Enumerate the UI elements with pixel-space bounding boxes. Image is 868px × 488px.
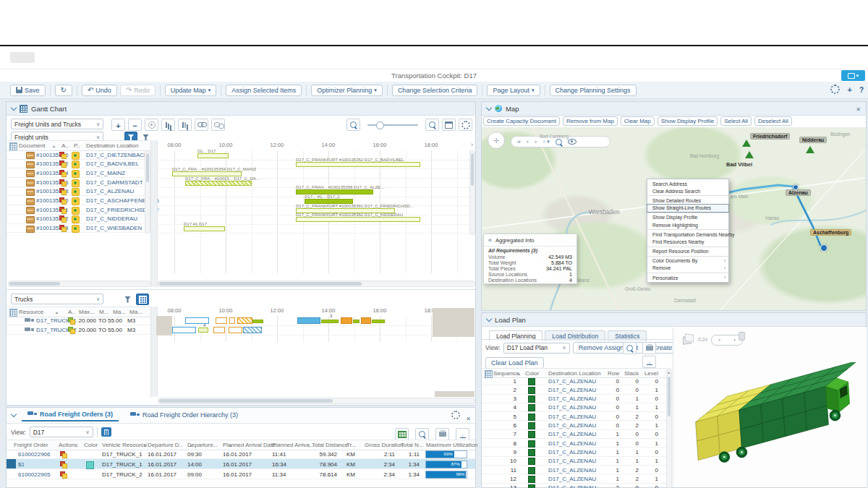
map-panel-header[interactable]: Map: [482, 102, 866, 116]
load-plan-row[interactable]: 11D17_C_ALZENAU120: [482, 466, 666, 474]
truck-gantt-bar[interactable]: [229, 327, 242, 333]
link2-button[interactable]: [211, 119, 225, 131]
step-back-icon[interactable]: ‹: [718, 337, 720, 343]
map-compass[interactable]: ✛: [488, 132, 505, 149]
selection-marker[interactable]: [7, 459, 16, 468]
trucks-funnel-icon[interactable]: [124, 296, 131, 303]
column-header[interactable]: Sequence: [493, 370, 519, 377]
next-button[interactable]: ›: [535, 138, 537, 145]
load-plan-row[interactable]: 9D17_C_ALZENAU110: [482, 448, 666, 456]
column-header[interactable]: A..: [61, 142, 69, 149]
gantt-bar[interactable]: [185, 181, 252, 186]
location-dot-marker[interactable]: [793, 184, 799, 190]
column-header[interactable]: Level: [637, 370, 658, 377]
page-layout-button[interactable]: Page Layout▾: [487, 85, 540, 96]
freight-order-row[interactable]: $1D17_TRUCK_116.01.201714:0016.01.201716…: [7, 459, 475, 469]
column-header[interactable]: Ma...: [129, 309, 142, 315]
gantt-bar[interactable]: [296, 162, 420, 167]
context-menu-item[interactable]: Report Resource Position: [647, 248, 728, 255]
load-plan-row[interactable]: 6D17_C_ALZENAU021: [482, 421, 666, 430]
context-menu-item[interactable]: Find Resources Nearby: [647, 238, 728, 245]
settings-icon[interactable]: [451, 411, 460, 419]
freight-hscroll-left[interactable]: [8, 281, 150, 287]
search-button[interactable]: [623, 342, 637, 354]
context-menu-item[interactable]: Show Display Profile: [647, 214, 728, 221]
print-button[interactable]: [642, 342, 656, 354]
map-toolbar-button[interactable]: Select All: [720, 116, 752, 126]
truck-gantt-bar[interactable]: [216, 317, 227, 324]
destination-link[interactable]: D17_C_ALZENAU: [548, 387, 596, 393]
truck-gantt-bar[interactable]: [252, 320, 263, 323]
map-close-icon[interactable]: [856, 105, 861, 113]
freight-order-link[interactable]: 6100022905: [18, 471, 51, 478]
redo-button[interactable]: Redo: [120, 85, 156, 96]
viewer-stepper[interactable]: ‹ ›: [711, 335, 743, 346]
destination-link[interactable]: D17_C_ALZENAU: [548, 422, 596, 429]
load-plan-row[interactable]: 10D17_C_ALZENAU111: [482, 457, 666, 466]
column-header[interactable]: Document: [19, 142, 45, 149]
destination-link[interactable]: D17_C_BADVILBEL: [86, 160, 139, 167]
map-toolbar-button[interactable]: Clear Map: [621, 116, 655, 126]
bars2-button[interactable]: [178, 119, 192, 131]
gantt-mode-select[interactable]: Freight Units and Trucks∨: [11, 119, 103, 129]
truck-gantt-bar[interactable]: [229, 317, 235, 324]
bars-button[interactable]: [161, 119, 175, 131]
prev-button[interactable]: ‹: [527, 138, 529, 145]
column-header[interactable]: Row: [597, 370, 619, 377]
freight-unit-row[interactable]: #100135356D17_C_DARMSTADT: [7, 178, 150, 187]
load-plan-row[interactable]: 13D17_C_ALZENAU200: [482, 484, 666, 488]
destination-link[interactable]: D17_C_ALZENAU: [548, 449, 596, 455]
print-button[interactable]: [435, 428, 449, 440]
minus-button[interactable]: [128, 119, 142, 131]
trucks-select[interactable]: Trucks∨: [11, 294, 103, 304]
truck-gantt-bar[interactable]: [243, 327, 262, 333]
context-menu-item[interactable]: Show Straight-Line Routes: [647, 205, 728, 212]
destination-link[interactable]: D17_C_ALZENAU: [548, 484, 596, 488]
column-header[interactable]: Destination Location: [86, 142, 139, 149]
column-header[interactable]: Planned Arrival Date: [223, 442, 276, 448]
column-header[interactable]: A..: [68, 309, 75, 315]
delete-icon[interactable]: [101, 427, 111, 437]
freight-unit-row[interactable]: #100135352D17_C_BADVILBEL: [7, 160, 150, 169]
freight-unit-row[interactable]: #100135361D17_C_FRIEDRICHSDORF: [7, 205, 150, 215]
orders-collapse-icon[interactable]: [11, 411, 17, 417]
freight-order-link[interactable]: $1: [18, 461, 25, 468]
freight-unit-row[interactable]: #100135360D17_C_ASCHAFFENBURG: [7, 197, 150, 206]
destination-link[interactable]: D17_C_NIDDERAU: [86, 215, 137, 222]
context-menu-item[interactable]: Show Detailed Routes: [647, 197, 728, 204]
link-button[interactable]: [195, 119, 208, 131]
visibility-icon[interactable]: [568, 139, 576, 145]
truck-gantt-bar[interactable]: [361, 317, 371, 324]
destination-link[interactable]: D17_C_ALZENAU: [548, 378, 596, 385]
destination-link[interactable]: D17_C_ALZENAU: [548, 467, 596, 474]
notification-badge[interactable]: [841, 70, 865, 81]
trucks-hscroll[interactable]: [158, 398, 475, 404]
gear-button[interactable]: [459, 119, 472, 131]
calendar-button[interactable]: [442, 119, 456, 131]
load-plan-header[interactable]: Load Plan: [482, 313, 866, 327]
cube-view-icon[interactable]: [682, 333, 694, 345]
first-button[interactable]: «: [517, 138, 521, 145]
demand-triangle-marker[interactable]: [742, 140, 751, 147]
gantt-panel-header[interactable]: Gantt Chart: [7, 102, 475, 116]
plus-button[interactable]: [111, 119, 125, 131]
context-menu-item[interactable]: Clear Address Search: [647, 187, 728, 194]
load-view-select[interactable]: D17 Load Plan∨: [503, 343, 570, 354]
slider-icon[interactable]: [367, 124, 418, 126]
destination-link[interactable]: D17_C_ALZENAU: [548, 458, 596, 464]
destination-link[interactable]: D17_C_ALZENAU: [548, 395, 596, 402]
load-plan-row[interactable]: 8D17_C_ALZENAU101: [482, 439, 666, 448]
mag-button[interactable]: [415, 428, 429, 440]
load-plan-row[interactable]: 4D17_C_ALZENAU011: [482, 403, 666, 412]
destination-link[interactable]: D17_C_ALZENAU: [548, 431, 596, 437]
orders-view-select[interactable]: D17∨: [30, 427, 93, 437]
context-menu-item[interactable]: Color Documents By›: [647, 257, 728, 265]
load-plan-row[interactable]: 5D17_C_ALZENAU020: [482, 412, 666, 421]
download-button[interactable]: [456, 428, 469, 440]
context-menu-item[interactable]: Search Address: [647, 180, 728, 187]
wrench-icon[interactable]: [830, 85, 840, 94]
tab-road-freight-order-hierarchy[interactable]: Road Freight Order Hierarchy (3): [124, 410, 244, 421]
context-menu-item[interactable]: Find Transportation Demands Nearby: [647, 231, 728, 238]
column-header[interactable]: Maximum Utilization: [426, 442, 478, 448]
step-forward-icon[interactable]: ›: [733, 337, 736, 343]
